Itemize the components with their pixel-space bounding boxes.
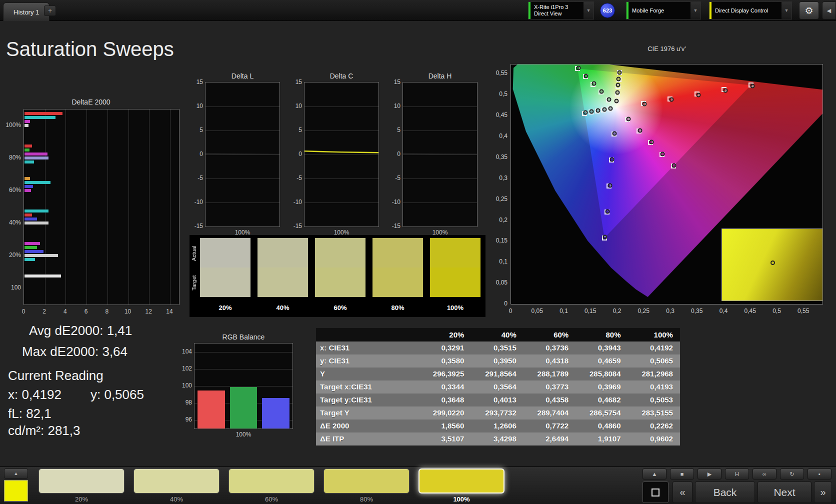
sample-button-20%[interactable] — [38, 468, 124, 494]
cie-measurement-marker — [600, 90, 604, 94]
y-group-label: 60% — [1, 186, 21, 194]
cie-x-tick-label: 0,4 — [720, 308, 728, 314]
cie-y-tick-label: 0,15 — [490, 237, 508, 244]
y-tick-label: 5 — [289, 126, 302, 134]
table-header-cell: 60% — [524, 328, 576, 342]
swatch-label: 100% — [430, 304, 480, 312]
cie-measurement-marker — [672, 163, 676, 168]
table-header-cell: 40% — [471, 328, 523, 342]
cie-ylabels: 00,050,10,150,20,250,30,350,40,450,50,55 — [490, 64, 508, 304]
y-tick-label: -10 — [388, 198, 400, 206]
y-tick-label: -15 — [388, 222, 400, 230]
deltae-bar — [24, 250, 44, 253]
gridline — [86, 110, 87, 304]
swatch-target — [258, 268, 308, 297]
patch-up-button[interactable]: ▲ — [4, 468, 28, 478]
table-cell: 0,3648 — [419, 394, 471, 406]
chevron-down-icon[interactable]: ▼ — [584, 2, 594, 19]
settings-button[interactable]: ⚙ — [799, 2, 819, 20]
cie-measurement-marker — [669, 97, 674, 102]
deltae-bar — [24, 116, 56, 119]
cie-y-tick-label: 0 — [490, 300, 508, 307]
next-button[interactable]: Next — [758, 482, 812, 503]
cie-measurement-marker — [696, 92, 700, 97]
cie-measurement-marker — [607, 97, 612, 102]
chevron-down-icon[interactable]: ▼ — [782, 2, 792, 19]
y-tick-label: 5 — [190, 126, 203, 134]
cie-y-tick-label: 0,2 — [490, 216, 508, 224]
table-cell: 0,5053 — [628, 394, 680, 406]
cie-measurement-marker — [614, 98, 619, 103]
table-row-label: Y — [316, 368, 419, 380]
y-tick-label: 10 — [190, 102, 203, 110]
sample-button-40%[interactable] — [134, 468, 220, 494]
next-chevron-button[interactable]: » — [814, 482, 832, 503]
sample-label: 80% — [324, 496, 410, 503]
up-button[interactable]: ▲ — [642, 468, 666, 480]
cie-measurement-marker — [596, 108, 600, 113]
refresh-button[interactable]: ↻ — [780, 468, 804, 480]
swatch-target — [200, 268, 250, 297]
y-tick-label: 100 — [177, 382, 192, 389]
y-tick-label: 98 — [177, 399, 192, 406]
back-button[interactable]: Back — [695, 482, 755, 503]
cie-y-tick-label: 0,55 — [490, 70, 508, 76]
stop-button[interactable]: ■ — [670, 468, 694, 480]
delta-h-chart: Delta H 151050-5-10-15 100% — [388, 72, 480, 242]
play-button[interactable]: ▶ — [698, 468, 722, 480]
table-cell: 0,3736 — [524, 342, 576, 354]
add-tab-button[interactable]: + — [44, 6, 56, 16]
cie-zoom-inset — [722, 228, 823, 301]
source-dropdown[interactable]: Mobile Forge ▼ — [626, 2, 701, 20]
rgb-bar-red — [198, 390, 225, 429]
cie-measurement-marker — [608, 106, 613, 110]
table-header-cell: 20% — [419, 328, 471, 342]
gridline — [403, 178, 477, 179]
table-cell: 289,7404 — [524, 406, 576, 420]
deltae-bar — [24, 274, 61, 278]
table-cell: 3,5107 — [419, 432, 471, 446]
deltae-bar — [24, 254, 58, 257]
tab-history-1[interactable]: History 1 — [3, 2, 50, 21]
extra-button[interactable]: ▪ — [808, 468, 832, 480]
actual-axis-label: Actual — [191, 239, 198, 268]
sample-button-60%[interactable] — [228, 468, 314, 494]
histogram-button[interactable]: H — [725, 468, 749, 480]
test-patch[interactable] — [4, 480, 28, 502]
gridline — [108, 110, 108, 304]
deltae-bar — [24, 258, 35, 261]
gridline — [128, 110, 129, 304]
cie-plot — [510, 64, 823, 304]
sample-button-80%[interactable] — [324, 468, 410, 494]
gridline — [170, 110, 170, 304]
data-table: 20%40%60%80%100%x: CIE310,32910,35150,37… — [316, 328, 680, 446]
collapse-panel-button[interactable]: ◀ — [822, 2, 836, 20]
cie-measurement-marker — [638, 128, 642, 133]
display-control-dropdown[interactable]: Direct Display Control ▼ — [709, 2, 792, 20]
previous-chevron-button[interactable]: « — [672, 482, 692, 503]
deltae-bar — [24, 210, 48, 212]
table-cell: 2,6494 — [524, 432, 576, 446]
sample-button-100%[interactable] — [418, 468, 504, 494]
continuous-button[interactable]: ∞ — [752, 468, 776, 480]
sample-label: 20% — [38, 496, 124, 503]
y-tick-label: 0 — [190, 150, 203, 158]
swatch-strip: Actual Target 20%40%60%80%100% — [190, 235, 486, 317]
gear-icon: ⚙ — [804, 5, 813, 16]
gridline — [403, 202, 477, 203]
swatch-target — [430, 268, 480, 297]
sample-label: 40% — [134, 496, 220, 503]
gridline — [206, 202, 280, 203]
cie-measurement-marker — [649, 140, 654, 144]
chevron-down-icon[interactable]: ▼ — [690, 2, 700, 19]
cie-measurement-marker — [610, 157, 614, 162]
gridline — [206, 178, 280, 179]
deltae-bar — [24, 181, 50, 184]
delta-h-ylabels: 151050-5-10-15 — [388, 82, 400, 227]
table-cell: 3,4298 — [471, 432, 523, 446]
patch-window-button[interactable] — [642, 482, 668, 503]
calman-app: History 1 + X-Rite i1Pro 3 Direct View ▼… — [0, 0, 836, 504]
deltae-bar — [24, 189, 31, 192]
y-tick-label: 104 — [177, 348, 192, 355]
meter-dropdown[interactable]: X-Rite i1Pro 3 Direct View ▼ — [528, 2, 594, 20]
